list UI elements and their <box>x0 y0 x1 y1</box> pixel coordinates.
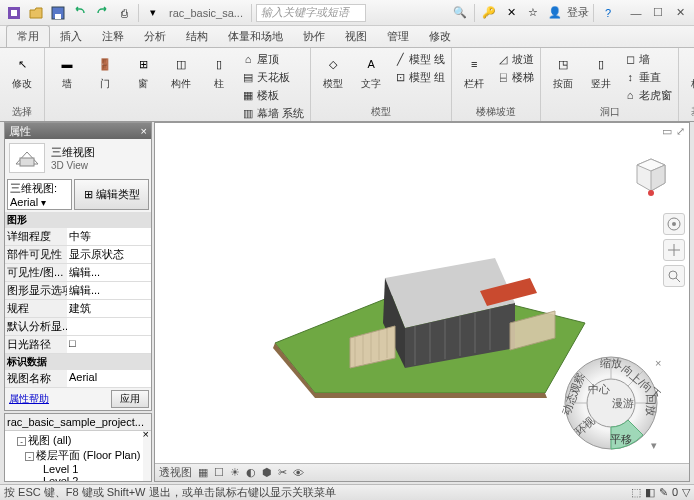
window-button[interactable]: ⊞窗 <box>125 50 161 91</box>
zoom-icon[interactable] <box>663 265 685 287</box>
property-row[interactable]: 日光路径□ <box>5 336 151 354</box>
maximize-icon[interactable]: ☐ <box>648 5 668 21</box>
visual-style-icon[interactable]: ☐ <box>214 466 224 479</box>
tab-结构[interactable]: 结构 <box>176 26 218 47</box>
help-icon[interactable]: ? <box>598 3 618 23</box>
level-button[interactable]: ⇔标高 <box>683 50 694 91</box>
text-button[interactable]: A文字 <box>353 50 389 91</box>
properties-help-link[interactable]: 属性帮助 <box>7 390 51 408</box>
tab-协作[interactable]: 协作 <box>293 26 335 47</box>
tab-视图[interactable]: 视图 <box>335 26 377 47</box>
column-button[interactable]: ▯柱 <box>201 50 237 91</box>
property-row[interactable]: 详细程度中等 <box>5 228 151 246</box>
dormer-button[interactable]: ⌂老虎窗 <box>621 86 674 104</box>
undo-icon[interactable] <box>70 3 90 23</box>
minimize-icon[interactable]: — <box>626 5 646 21</box>
steering-wheel-icon[interactable] <box>663 213 685 235</box>
level-icon: ⇔ <box>689 52 694 76</box>
tree-node[interactable]: -楼层平面 (Floor Plan) <box>7 448 141 463</box>
sun-path-icon[interactable]: ☀ <box>230 466 240 479</box>
search-input[interactable]: 输入关键字或短语 <box>256 4 366 22</box>
wallop-button[interactable]: ◻墙 <box>621 50 674 68</box>
close-icon[interactable]: ✕ <box>670 5 690 21</box>
line-button[interactable]: ╱模型 线 <box>391 50 447 68</box>
subscription-icon[interactable]: 🔑 <box>479 3 499 23</box>
hide-isolate-icon[interactable]: 👁 <box>293 467 304 479</box>
roof-button[interactable]: ⌂屋顶 <box>239 50 306 68</box>
view-cube[interactable] <box>629 153 673 197</box>
open-icon[interactable] <box>26 3 46 23</box>
rail-icon: ≡ <box>462 52 486 76</box>
model-button[interactable]: ◇模型 <box>315 50 351 91</box>
door-button[interactable]: 🚪门 <box>87 50 123 91</box>
close-icon[interactable]: × <box>141 125 147 137</box>
vert-icon: ↕ <box>623 70 637 84</box>
ramp-button[interactable]: ◿坡道 <box>494 50 536 68</box>
tab-插入[interactable]: 插入 <box>50 26 92 47</box>
group-button[interactable]: ⊡模型 组 <box>391 68 447 86</box>
tab-修改[interactable]: 修改 <box>419 26 461 47</box>
byface-button[interactable]: ◳按面 <box>545 50 581 91</box>
tree-root[interactable]: -视图 (all) <box>7 433 141 448</box>
view-canvas[interactable]: ▭ ⤢ <box>154 122 690 482</box>
property-row[interactable]: 默认分析显... <box>5 318 151 336</box>
rail-button[interactable]: ≡栏杆 <box>456 50 492 91</box>
svg-text:▾: ▾ <box>651 439 657 451</box>
favorite-icon[interactable]: ☆ <box>523 3 543 23</box>
component-button[interactable]: ◫构件 <box>163 50 199 91</box>
edit-type-button[interactable]: ⊞ 编辑类型 <box>74 179 149 210</box>
svg-point-16 <box>672 222 676 226</box>
window-icon: ⊞ <box>131 52 155 76</box>
property-row[interactable]: 视图名称Aerial <box>5 370 151 388</box>
view-scale[interactable]: 透视图 <box>159 465 192 480</box>
wheel-close-icon[interactable]: × <box>655 357 661 369</box>
close-icon[interactable]: × <box>143 428 149 440</box>
detail-level-icon[interactable]: ▦ <box>198 466 208 479</box>
tab-常用[interactable]: 常用 <box>6 25 50 47</box>
project-tree[interactable]: -视图 (all)-楼层平面 (Floor Plan)Level 1Level … <box>5 431 143 482</box>
property-row[interactable]: 图形显示选项编辑... <box>5 282 151 300</box>
infocenter-search-icon[interactable]: 🔍 <box>450 3 470 23</box>
signin-icon[interactable]: 👤 <box>545 3 565 23</box>
exchange-icon[interactable]: ✕ <box>501 3 521 23</box>
floor-button[interactable]: ▦楼板 <box>239 86 306 104</box>
save-icon[interactable] <box>48 3 68 23</box>
redo-icon[interactable] <box>92 3 112 23</box>
filter-icon[interactable]: ▾ <box>143 3 163 23</box>
stair-button[interactable]: ⌸楼梯 <box>494 68 536 86</box>
tree-leaf[interactable]: Level 2 <box>7 475 141 482</box>
login-label[interactable]: 登录 <box>567 5 589 20</box>
shadows-icon[interactable]: ◐ <box>246 466 256 479</box>
restore-view-icon[interactable]: ▭ <box>662 125 672 138</box>
filter-icon[interactable]: ▽ <box>682 486 690 499</box>
shaft-button[interactable]: ▯竖井 <box>583 50 619 91</box>
rendering-icon[interactable]: ⬢ <box>262 466 272 479</box>
tab-管理[interactable]: 管理 <box>377 26 419 47</box>
print-icon[interactable]: ⎙ <box>114 3 134 23</box>
steering-wheel[interactable]: 缩放 回放 平移 向上/向下 环视 中心 漫游 动态观察 × ▾ <box>561 353 661 453</box>
apply-button[interactable]: 应用 <box>111 390 149 408</box>
type-name: 三维视图 <box>51 145 95 160</box>
cursor-button[interactable]: ↖修改 <box>4 50 40 91</box>
design-options-icon[interactable]: ◧ <box>645 486 655 499</box>
tree-leaf[interactable]: Level 1 <box>7 463 141 475</box>
tab-分析[interactable]: 分析 <box>134 26 176 47</box>
tab-注释[interactable]: 注释 <box>92 26 134 47</box>
type-subname: 3D View <box>51 160 95 171</box>
tab-体量和场地[interactable]: 体量和场地 <box>218 26 293 47</box>
property-row[interactable]: 规程建筑 <box>5 300 151 318</box>
maximize-view-icon[interactable]: ⤢ <box>676 125 685 138</box>
property-row[interactable]: 可见性/图...编辑... <box>5 264 151 282</box>
group-icon: ⊡ <box>393 70 407 84</box>
type-selector[interactable]: 三维视图: Aerial ▾ <box>7 179 72 210</box>
ceiling-button[interactable]: ▤天花板 <box>239 68 306 86</box>
curtain-button[interactable]: ▥幕墙 系统 <box>239 104 306 122</box>
vert-button[interactable]: ↕垂直 <box>621 68 674 86</box>
worksets-icon[interactable]: ⬚ <box>631 486 641 499</box>
app-button[interactable] <box>4 3 24 23</box>
editable-only-icon[interactable]: ✎ <box>659 486 668 499</box>
property-row[interactable]: 部件可见性显示原状态 <box>5 246 151 264</box>
crop-icon[interactable]: ✂ <box>278 466 287 479</box>
wall-button[interactable]: ▬墙 <box>49 50 85 91</box>
pan-icon[interactable] <box>663 239 685 261</box>
